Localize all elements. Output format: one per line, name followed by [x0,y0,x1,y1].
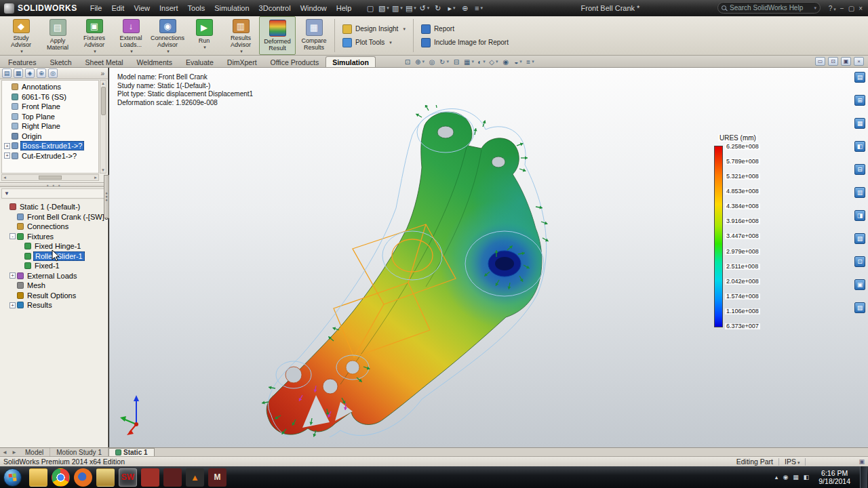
scroll-left-icon[interactable]: ◄ [3,176,7,180]
menu-item[interactable]: 3Dcontrol [254,0,296,16]
ribbon-row-button[interactable]: Plot Tools [342,38,406,47]
tree-expander-icon[interactable]: + [9,302,16,308]
rotate-view-icon[interactable]: ↻ [439,57,449,66]
bottom-tab[interactable]: Motion Study 1 [50,448,108,456]
zoom-fit-icon[interactable]: ⊡ [403,57,412,66]
command-tab[interactable]: Sketch [43,56,78,67]
tab-scroll-right-icon[interactable]: ► [9,449,19,455]
explorer-icon[interactable] [29,468,47,487]
menu-item[interactable]: Help [332,0,357,16]
side-tool-icon[interactable]: ▥ [854,187,865,198]
tree-item[interactable]: 6061-T6 (SS) [2,92,98,102]
scroll-right-icon[interactable]: ► [94,176,98,180]
status-tag-icon[interactable]: ▣ [859,458,865,465]
side-tool-icon[interactable]: ▨ [854,302,865,313]
tree-item[interactable]: Right Plane [2,121,98,131]
license-key-icon[interactable] [96,468,115,487]
tree-filter-row[interactable]: ▼ [1,188,106,199]
chrome-icon[interactable] [52,468,70,487]
tray-volume-icon[interactable]: ◧ [804,474,810,481]
side-tool-icon[interactable]: ◧ [854,141,865,152]
ribbon-row-button[interactable]: Include Image for Report [421,38,509,47]
vlc-icon[interactable]: ▲ [186,468,204,487]
red-app-icon[interactable] [141,468,159,487]
command-tab[interactable]: Features [1,56,43,67]
ribbon-button[interactable]: ▦ Compare Results [296,16,332,55]
tree-item[interactable]: Connections [0,222,108,232]
tree-item[interactable]: Front Plane [2,102,98,112]
tray-network-icon[interactable]: ▦ [793,474,799,481]
filter-funnel-icon[interactable]: ▼ [4,190,9,197]
fea-model[interactable] [251,105,549,437]
bottom-tab[interactable]: Static 1 [108,448,155,456]
menu-item[interactable]: Edit [106,0,129,16]
panel-resize-handle[interactable]: ●●● [104,175,109,218]
tree-item[interactable]: Fixed-1 [0,261,108,271]
open-icon[interactable]: ▧ [378,2,389,14]
tree-item[interactable]: Front Bell Crank (-[SW]6061- [0,212,108,222]
dimxpertmanager-tab-icon[interactable]: ⊕ [37,68,46,78]
options-icon[interactable]: ≡ [473,2,484,14]
tray-status-icon[interactable]: ◉ [783,474,788,481]
panel-overflow-chevron-icon[interactable]: » [100,70,106,77]
help-icon[interactable]: ? [829,5,836,12]
start-button[interactable] [3,468,22,487]
tree-item[interactable]: + External Loads [0,271,108,281]
hide-show-items-icon[interactable]: ◇ [489,57,498,66]
ribbon-button[interactable]: ◆ Study Advisor [3,16,39,55]
command-tab[interactable]: Weldments [130,56,179,67]
side-tool-icon[interactable]: ▦ [854,118,865,129]
tree-item[interactable]: - Fixtures [0,232,108,242]
doc-minimize-icon[interactable]: ▭ [815,57,825,66]
tree-item[interactable]: + Results [0,300,108,310]
feature-tree-horizontal-scrollbar[interactable]: ◄► [1,174,99,181]
ribbon-button[interactable]: ▥ Results Advisor [222,16,259,55]
tree-item[interactable]: Result Options [0,291,108,301]
side-tool-icon[interactable]: ⊞ [854,95,865,106]
close-icon[interactable]: × [859,5,863,12]
doc-restore-icon[interactable]: ⊡ [828,57,838,66]
ribbon-button[interactable]: ▤ Apply Material [39,16,76,55]
previous-view-icon[interactable]: ◎ [427,57,437,66]
ribbon-button[interactable]: ↓ External Loads... [113,16,149,55]
tree-item[interactable]: Top Plane [2,112,98,122]
tray-chevron-icon[interactable]: ▴ [775,474,778,481]
search-box[interactable]: Search SolidWorks Help ▾ [717,2,821,14]
tree-expander-icon[interactable]: + [4,143,10,149]
tree-item[interactable]: Annotations [2,82,98,92]
tree-item[interactable]: Mesh [0,281,108,291]
side-tool-icon[interactable]: ▣ [854,279,865,290]
tree-item[interactable]: + Boss-Extrude1->? [2,141,98,151]
doc-close-icon[interactable]: × [854,57,864,66]
ribbon-button[interactable]: Deformed Result [259,16,296,55]
solidworks-taskbar-icon[interactable]: SW [119,468,137,487]
propertymanager-tab-icon[interactable]: ▦ [14,68,23,78]
ribbon-button[interactable]: ◉ Connections Advisor [149,16,186,55]
search-scope-chevron-icon[interactable]: ▾ [814,5,816,11]
command-tab[interactable]: DimXpert [220,56,264,67]
ribbon-button[interactable]: ▣ Fixtures Advisor [76,16,113,55]
tab-scroll-left-icon[interactable]: ◄ [0,449,9,455]
ribbon-row-button[interactable]: Report [421,24,509,34]
edit-appearance-icon[interactable]: ◉ [501,57,511,66]
restore-icon[interactable]: ▢ [848,5,854,12]
menu-item[interactable]: Window [296,0,332,16]
undo-icon[interactable]: ↺ [418,2,430,14]
zoom-area-icon[interactable]: ⊕ [415,57,425,66]
tree-expander-icon[interactable]: - [9,233,16,239]
side-tool-icon[interactable]: ⊟ [854,164,865,175]
view-settings-icon[interactable]: ≡ [526,57,535,66]
show-desktop-button[interactable] [860,466,867,488]
tree-expander-icon[interactable]: + [4,152,10,159]
display-style-icon[interactable]: ◐ [477,57,486,66]
displaymanager-tab-icon[interactable]: ◎ [48,68,58,78]
firefox-icon[interactable] [74,468,92,487]
menu-item[interactable]: File [85,0,107,16]
scrollbar-thumb[interactable] [101,87,106,115]
section-view-icon[interactable]: ⊟ [452,57,461,66]
menu-item[interactable]: View [129,0,155,16]
side-tool-icon[interactable]: ▤ [854,72,865,83]
ribbon-row-button[interactable]: Design Insight [342,24,406,34]
scrollbar-thumb[interactable] [39,176,62,180]
dark-app-icon[interactable] [163,468,182,487]
